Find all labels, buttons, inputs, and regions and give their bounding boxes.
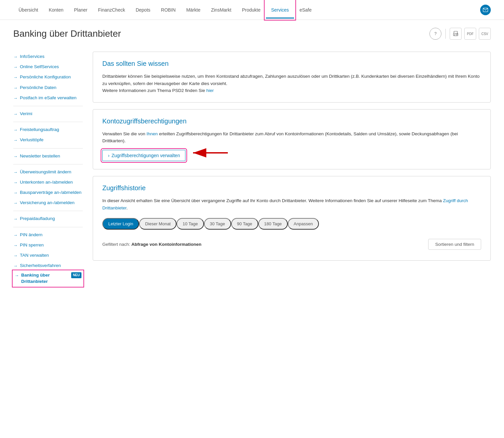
- info-card-title: Das sollten Sie wissen: [102, 60, 481, 67]
- sidebar-item-16[interactable]: →TAN verwalten: [13, 250, 83, 261]
- pdf-button[interactable]: PDF: [464, 28, 476, 40]
- sidebar-item-4[interactable]: →Postfach im eSafe verwalten: [13, 93, 83, 103]
- sidebar-item-label: Prepaidaufladung: [20, 216, 55, 222]
- svg-point-4: [457, 34, 458, 34]
- sidebar-item-label: Online SelfServices: [20, 64, 59, 70]
- nav-item-planer[interactable]: Planer: [69, 1, 93, 19]
- nav-item-übersicht[interactable]: Übersicht: [13, 1, 43, 19]
- nav-item-esafe[interactable]: eSafe: [294, 1, 317, 19]
- sidebar-item-label: PIN ändern: [20, 232, 42, 238]
- sidebar-arrow-icon: →: [13, 200, 18, 206]
- sidebar-item-8[interactable]: →Newsletter bestellen: [13, 151, 83, 161]
- sidebar-item-label: Persönliche Konfiguration: [20, 74, 71, 80]
- nav-item-robin[interactable]: ROBIN: [156, 1, 181, 19]
- info-card-text: Drittanbieter können Sie beispielsweise …: [102, 73, 481, 94]
- sidebar-item-7[interactable]: →Verlusttöpfe: [13, 135, 83, 145]
- sidebar-item-12[interactable]: →Versicherung an-/abmelden: [13, 198, 83, 208]
- sidebar-item-3[interactable]: →Persönliche Daten: [13, 83, 83, 93]
- sidebar-item-0[interactable]: →InfoServices: [13, 52, 83, 62]
- nav-item-zinsmarkt[interactable]: ZinsMarkt: [206, 1, 236, 19]
- history-card-title: Zugriffshistorie: [102, 184, 481, 192]
- permissions-card-title: Kontozugriffsberechtigungen: [102, 117, 481, 125]
- permissions-ihnen-link[interactable]: Ihnen: [147, 131, 158, 136]
- sidebar-arrow-icon: →: [13, 127, 18, 133]
- sidebar-arrow-icon: →: [13, 242, 18, 248]
- sidebar-item-label: Banking über Drittanbieter: [21, 272, 68, 285]
- sidebar-arrow-icon: →: [13, 216, 18, 222]
- sidebar-divider: [13, 227, 83, 227]
- sidebar-badge: NEU: [71, 272, 81, 278]
- sidebar-arrow-icon: →: [13, 232, 18, 238]
- sidebar-item-10[interactable]: →Unterkonten an-/abmelden: [13, 177, 83, 188]
- history-tab-anpassen[interactable]: Anpassen: [288, 218, 319, 230]
- help-button[interactable]: ?: [429, 28, 441, 40]
- sidebar-arrow-icon: →: [13, 190, 18, 196]
- history-tab-letzter-login[interactable]: Letzter Login: [102, 218, 139, 230]
- top-navigation: ÜbersichtKontenPlanerFinanzCheckDepotsRO…: [0, 0, 504, 20]
- sidebar-item-18[interactable]: →Banking über DrittanbieterNEU: [13, 271, 83, 286]
- sidebar-item-9[interactable]: →Überweisungslimit ändern: [13, 167, 83, 177]
- manage-permissions-button[interactable]: › Zugriffsberechtigungen verwalten: [102, 150, 185, 161]
- sidebar-arrow-icon: →: [13, 153, 18, 159]
- sidebar-item-label: InfoServices: [20, 54, 44, 60]
- sidebar-arrow-icon: →: [13, 95, 18, 101]
- history-tab-180-tage[interactable]: 180 Tage: [258, 218, 288, 230]
- sidebar-item-label: Verimi: [20, 111, 32, 117]
- sidebar-arrow-icon: →: [13, 169, 18, 175]
- sidebar-divider: [13, 106, 83, 106]
- page-header: Banking über Drittanbieter ? PDF CSV: [0, 20, 504, 45]
- history-tab-90-tage[interactable]: 90 Tage: [231, 218, 258, 230]
- history-tabs: Letzter LoginDieser Monat10 Tage30 Tage9…: [102, 218, 481, 230]
- filter-label: Gefiltert nach: Abfrage von Kontoinforma…: [102, 242, 201, 247]
- sidebar-item-5[interactable]: →Verimi: [13, 109, 83, 119]
- sidebar-arrow-icon: →: [13, 74, 18, 80]
- sidebar-divider: [13, 148, 83, 149]
- main-content: Das sollten Sie wissen Drittanbieter kön…: [83, 45, 491, 293]
- print-button[interactable]: [450, 28, 462, 40]
- sidebar-item-label: Bausparverträge an-/abmelden: [20, 190, 81, 196]
- history-tab-10-tage[interactable]: 10 Tage: [176, 218, 204, 230]
- sidebar-item-label: TAN verwalten: [20, 252, 49, 259]
- csv-button[interactable]: CSV: [479, 28, 491, 40]
- filter-row: Gefiltert nach: Abfrage von Kontoinforma…: [102, 236, 481, 252]
- nav-items: ÜbersichtKontenPlanerFinanzCheckDepotsRO…: [13, 1, 476, 19]
- nav-item-produkte[interactable]: Produkte: [237, 1, 266, 19]
- sidebar-item-label: Postfach im eSafe verwalten: [20, 95, 76, 101]
- sidebar-arrow-icon: →: [13, 64, 18, 70]
- nav-item-konten[interactable]: Konten: [43, 1, 69, 19]
- sidebar-arrow-icon: →: [13, 253, 18, 259]
- nav-item-märkte[interactable]: Märkte: [181, 1, 206, 19]
- permissions-card-text: Verwalten Sie die von Ihnen erteilten Zu…: [102, 130, 481, 145]
- sidebar-item-15[interactable]: →PIN sperren: [13, 240, 83, 250]
- sidebar-item-1[interactable]: →Online SelfServices: [13, 62, 83, 72]
- red-arrow-annotation: [190, 146, 229, 159]
- sidebar-arrow-icon: →: [13, 180, 18, 186]
- nav-item-services[interactable]: Services: [266, 1, 294, 19]
- sidebar-item-17[interactable]: →Sicherheitsverfahren: [13, 261, 83, 271]
- info-card-link[interactable]: hier: [206, 88, 214, 93]
- history-tab-30-tage[interactable]: 30 Tage: [204, 218, 231, 230]
- sidebar-arrow-icon: →: [15, 273, 19, 279]
- sidebar-item-13[interactable]: →Prepaidaufladung: [13, 214, 83, 224]
- sidebar: →InfoServices→Online SelfServices→Persön…: [13, 45, 83, 293]
- sidebar-item-label: PIN sperren: [20, 242, 44, 248]
- sidebar-item-14[interactable]: →PIN ändern: [13, 230, 83, 240]
- sidebar-divider: [13, 122, 83, 122]
- svg-rect-3: [454, 34, 457, 36]
- history-card: Zugriffshistorie In dieser Ansicht erhal…: [93, 176, 491, 261]
- history-card-text: In dieser Ansicht erhalten Sie eine Über…: [102, 197, 481, 211]
- actions-divider: [445, 29, 446, 39]
- page-body: →InfoServices→Online SelfServices→Persön…: [0, 45, 504, 293]
- sidebar-arrow-icon: →: [13, 111, 18, 117]
- history-tab-dieser-monat[interactable]: Dieser Monat: [139, 218, 176, 230]
- sidebar-item-label: Persönliche Daten: [20, 85, 56, 91]
- filter-sort-button[interactable]: Sortieren und filtern: [428, 239, 481, 250]
- nav-item-depots[interactable]: Depots: [130, 1, 156, 19]
- nav-item-finanzcheck[interactable]: FinanzCheck: [93, 1, 130, 19]
- info-card: Das sollten Sie wissen Drittanbieter kön…: [93, 52, 491, 103]
- email-notification-icon[interactable]: [480, 5, 491, 15]
- svg-rect-1: [454, 31, 458, 33]
- sidebar-item-6[interactable]: →Freistellungsauftrag: [13, 125, 83, 135]
- sidebar-item-2[interactable]: →Persönliche Konfiguration: [13, 72, 83, 82]
- sidebar-item-11[interactable]: →Bausparverträge an-/abmelden: [13, 188, 83, 198]
